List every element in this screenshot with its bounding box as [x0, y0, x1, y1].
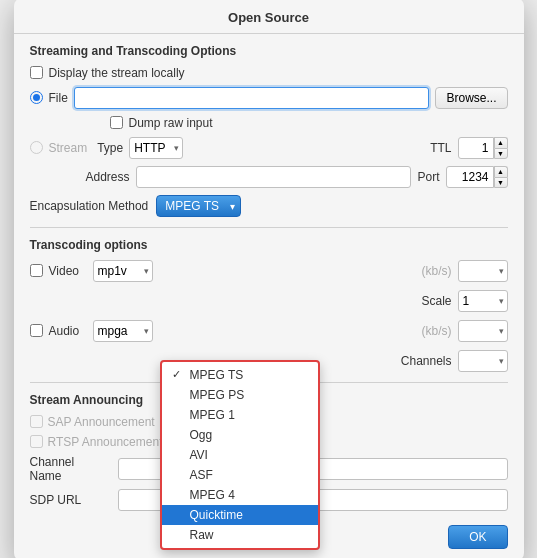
channels-wrapper: [458, 350, 508, 372]
sap-checkbox[interactable]: [30, 415, 43, 428]
transcoding-header: Transcoding options: [30, 238, 508, 252]
dump-raw-checkbox[interactable]: [110, 116, 123, 129]
ttl-down-button[interactable]: ▼: [494, 148, 508, 159]
ogg-label: Ogg: [190, 428, 213, 442]
stream-radio[interactable]: [30, 141, 43, 154]
sap-item: SAP Announcement: [30, 415, 155, 429]
mpeg-ts-label: MPEG TS: [190, 368, 244, 382]
video-label: Video: [49, 264, 87, 278]
audio-codec-select[interactable]: mpga: [93, 320, 153, 342]
raw-label: Raw: [190, 528, 214, 542]
dropdown-item-quicktime[interactable]: Quicktime: [162, 505, 318, 525]
dropdown-item-mpeg-4[interactable]: MPEG 4: [162, 485, 318, 505]
audio-kbs-wrapper: [458, 320, 508, 342]
browse-button[interactable]: Browse...: [435, 87, 507, 109]
dropdown-item-mpeg-ps[interactable]: MPEG PS: [162, 385, 318, 405]
dropdown-item-ogg[interactable]: Ogg: [162, 425, 318, 445]
video-checkbox[interactable]: [30, 264, 43, 277]
display-stream-label: Display the stream locally: [49, 66, 185, 80]
audio-label: Audio: [49, 324, 87, 338]
dialog-title: Open Source: [14, 0, 524, 34]
video-kbs-select[interactable]: [458, 260, 508, 282]
port-up-button[interactable]: ▲: [494, 166, 508, 177]
video-codec-wrapper: mp1v: [93, 260, 153, 282]
ttl-spinner-buttons: ▲ ▼: [494, 137, 508, 159]
transcoding-section: Transcoding options Video mp1v (kb/s): [30, 238, 508, 372]
port-input[interactable]: [446, 166, 494, 188]
scale-select[interactable]: 1: [458, 290, 508, 312]
mpeg-ts-check-icon: ✓: [172, 368, 184, 381]
ttl-label: TTL: [430, 141, 451, 155]
dropdown-item-mpeg-ts[interactable]: ✓ MPEG TS: [162, 365, 318, 385]
dialog-content: Streaming and Transcoding Options Displa…: [14, 44, 524, 511]
video-kbs-label: (kb/s): [422, 264, 452, 278]
encap-select-wrapper: MPEG TS: [156, 195, 241, 217]
address-label: Address: [86, 170, 130, 184]
address-input[interactable]: [136, 166, 412, 188]
scale-row: Scale 1: [30, 290, 508, 312]
avi-label: AVI: [190, 448, 208, 462]
sap-label: SAP Announcement: [48, 415, 155, 429]
channels-label: Channels: [401, 354, 452, 368]
sdp-url-label: SDP URL: [30, 493, 110, 507]
dropdown-item-raw[interactable]: Raw: [162, 525, 318, 545]
file-row: File Browse...: [30, 87, 508, 109]
dump-raw-row: Dump raw input: [30, 116, 508, 130]
channel-name-label: Channel Name: [30, 455, 110, 483]
ttl-spinner: ▲ ▼: [458, 137, 508, 159]
port-down-button[interactable]: ▼: [494, 177, 508, 188]
encap-row: Encapsulation Method MPEG TS ✓ MPEG TS M…: [30, 195, 508, 217]
video-row: Video mp1v (kb/s): [30, 260, 508, 282]
encap-select[interactable]: MPEG TS: [156, 195, 241, 217]
stream-row: Stream Type HTTP TTL ▲ ▼: [30, 137, 508, 159]
address-row: Address Port ▲ ▼: [30, 166, 508, 188]
port-spinner: ▲ ▼: [446, 166, 508, 188]
file-radio[interactable]: [30, 91, 43, 104]
dropdown-item-mpeg-1[interactable]: MPEG 1: [162, 405, 318, 425]
dropdown-item-avi[interactable]: AVI: [162, 445, 318, 465]
file-label: File: [49, 91, 68, 105]
type-label: Type: [97, 141, 123, 155]
audio-kbs-select[interactable]: [458, 320, 508, 342]
streaming-section-header: Streaming and Transcoding Options: [30, 44, 508, 58]
video-kbs-wrapper: [458, 260, 508, 282]
audio-checkbox[interactable]: [30, 324, 43, 337]
display-stream-checkbox[interactable]: [30, 66, 43, 79]
dropdown-item-asf[interactable]: ASF: [162, 465, 318, 485]
file-input[interactable]: [74, 87, 430, 109]
audio-row: Audio mpga (kb/s): [30, 320, 508, 342]
ttl-up-button[interactable]: ▲: [494, 137, 508, 148]
ttl-input[interactable]: [458, 137, 494, 159]
rtsp-checkbox[interactable]: [30, 435, 43, 448]
encap-dropdown: ✓ MPEG TS MPEG PS MPEG 1 Ogg AVI: [160, 360, 320, 550]
audio-codec-wrapper: mpga: [93, 320, 153, 342]
rtsp-item: RTSP Announcement: [30, 435, 163, 449]
asf-label: ASF: [190, 468, 213, 482]
scale-label: Scale: [421, 294, 451, 308]
stream-label: Stream: [49, 141, 88, 155]
divider-1: [30, 227, 508, 228]
port-spinner-buttons: ▲ ▼: [494, 166, 508, 188]
quicktime-label: Quicktime: [190, 508, 243, 522]
rtsp-label: RTSP Announcement: [48, 435, 163, 449]
encap-label: Encapsulation Method: [30, 199, 149, 213]
mpeg-4-label: MPEG 4: [190, 488, 235, 502]
type-select[interactable]: HTTP: [129, 137, 183, 159]
scale-wrapper: 1: [458, 290, 508, 312]
type-select-wrapper: HTTP: [129, 137, 183, 159]
display-stream-row: Display the stream locally: [30, 66, 508, 80]
port-label: Port: [417, 170, 439, 184]
dump-raw-label: Dump raw input: [129, 116, 213, 130]
video-codec-select[interactable]: mp1v: [93, 260, 153, 282]
mpeg-ps-label: MPEG PS: [190, 388, 245, 402]
ok-button[interactable]: OK: [448, 525, 507, 549]
audio-kbs-label: (kb/s): [422, 324, 452, 338]
channels-select[interactable]: [458, 350, 508, 372]
mpeg-1-label: MPEG 1: [190, 408, 235, 422]
open-source-dialog: Open Source Streaming and Transcoding Op…: [14, 0, 524, 558]
